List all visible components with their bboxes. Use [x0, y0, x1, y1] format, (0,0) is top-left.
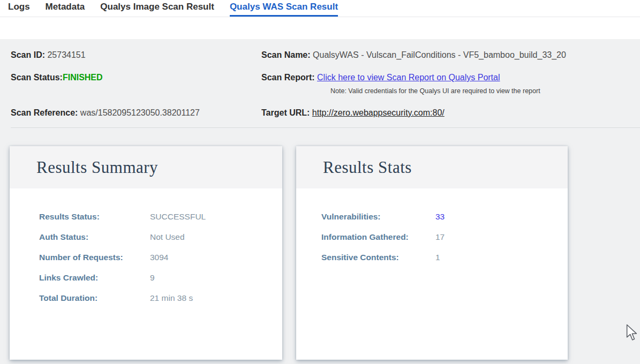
tab-metadata[interactable]: Metadata	[46, 0, 85, 17]
results-summary-title: Results Summary	[10, 158, 158, 177]
scan-id-row: Scan ID: 25734151	[11, 50, 86, 60]
number-of-requests-value: 3094	[150, 252, 168, 263]
sensitive-contents-row: Sensitive Contents: 1	[296, 252, 568, 263]
number-of-requests-label: Number of Requests:	[39, 252, 150, 263]
tab-logs[interactable]: Logs	[8, 0, 30, 17]
mouse-cursor-icon	[625, 324, 638, 341]
vulnerabilities-row: Vulnerabilities: 33	[296, 211, 568, 222]
results-stats-title: Results Stats	[296, 158, 412, 177]
information-gathered-row: Information Gathered: 17	[296, 232, 568, 242]
info-divider	[11, 127, 640, 128]
vulnerabilities-count-link[interactable]: 33	[435, 211, 445, 222]
results-stats-header: Results Stats	[296, 146, 568, 188]
vulnerabilities-label: Vulnerabilities:	[321, 211, 435, 222]
auth-status-row: Auth Status: Not Used	[10, 232, 282, 242]
scan-result-panel: Scan ID: 25734151 Scan Status:FINISHED S…	[0, 39, 640, 364]
scan-report-label: Scan Report:	[261, 73, 315, 82]
scan-name-label: Scan Name:	[261, 50, 311, 59]
results-status-label: Results Status:	[39, 211, 150, 222]
tab-bar: Logs Metadata Qualys Image Scan Result Q…	[0, 0, 640, 17]
scan-reference-row: Scan Reference: was/1582095123050.382011…	[11, 108, 200, 118]
tab-qualys-was-scan-result[interactable]: Qualys WAS Scan Result	[230, 0, 338, 17]
target-url-label: Target URL:	[261, 108, 310, 117]
number-of-requests-row: Number of Requests: 3094	[10, 252, 282, 263]
results-stats-card: Results Stats Vulnerabilities: 33 Inform…	[296, 146, 568, 360]
auth-status-value: Not Used	[150, 232, 185, 242]
results-status-value: SUCCESSFUL	[150, 211, 206, 222]
total-duration-value: 21 min 38 s	[150, 293, 193, 304]
total-duration-row: Total Duration: 21 min 38 s	[10, 293, 282, 304]
scan-name-value: QualsyWAS - Vulscan_FailConditions - VF5…	[313, 50, 566, 59]
information-gathered-value: 17	[435, 232, 445, 242]
scan-reference-label: Scan Reference:	[11, 108, 78, 117]
scan-report-link[interactable]: Click here to view Scan Report on Qualys…	[317, 73, 500, 82]
results-status-row: Results Status: SUCCESSFUL	[10, 211, 282, 222]
scan-report-row: Scan Report: Click here to view Scan Rep…	[261, 73, 640, 82]
links-crawled-value: 9	[150, 272, 155, 283]
scan-status-row: Scan Status:FINISHED	[11, 73, 103, 82]
tab-qualys-image-scan-result[interactable]: Qualys Image Scan Result	[100, 0, 214, 17]
sensitive-contents-label: Sensitive Contents:	[321, 252, 435, 263]
target-url-row: Target URL: http://zero.webappsecurity.c…	[261, 108, 640, 118]
results-stats-body: Vulnerabilities: 33 Information Gathered…	[296, 188, 568, 263]
scan-id-label: Scan ID:	[11, 50, 45, 59]
scan-status-label: Scan Status:	[11, 73, 63, 82]
links-crawled-row: Links Crawled: 9	[10, 272, 282, 283]
results-summary-body: Results Status: SUCCESSFUL Auth Status: …	[10, 188, 282, 304]
results-summary-card: Results Summary Results Status: SUCCESSF…	[10, 146, 282, 360]
information-gathered-label: Information Gathered:	[321, 232, 435, 242]
auth-status-label: Auth Status:	[39, 232, 150, 242]
scan-report-note: Note: Valid credentials for the Qualys U…	[330, 87, 540, 95]
scan-reference-value: was/1582095123050.38201127	[80, 108, 200, 117]
total-duration-label: Total Duration:	[39, 293, 150, 304]
scan-status-value: FINISHED	[63, 73, 103, 82]
results-summary-header: Results Summary	[10, 146, 282, 188]
scan-id-value: 25734151	[47, 50, 85, 59]
links-crawled-label: Links Crawled:	[39, 272, 150, 283]
scan-name-row: Scan Name: QualsyWAS - Vulscan_FailCondi…	[261, 50, 640, 60]
target-url-link[interactable]: http://zero.webappsecurity.com:80/	[312, 108, 445, 117]
sensitive-contents-value: 1	[435, 252, 440, 263]
